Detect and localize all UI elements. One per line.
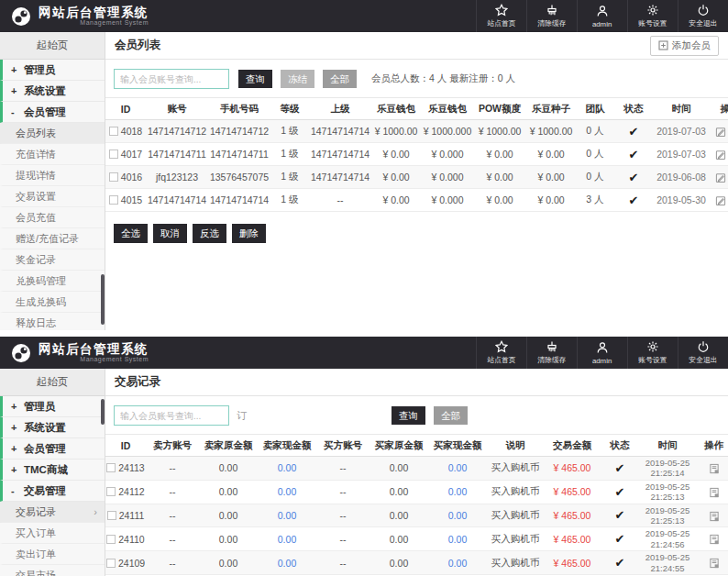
detail-icon[interactable] [709, 487, 720, 498]
buyer-current-amount[interactable]: 0.00 [428, 504, 487, 527]
seller-current-amount[interactable]: 0.00 [258, 527, 316, 551]
detail-icon[interactable] [709, 558, 720, 569]
search-input[interactable] [114, 69, 229, 89]
search-input[interactable] [114, 405, 229, 426]
buyer-current-amount[interactable]: 0.00 [428, 527, 487, 551]
edit-icon[interactable] [715, 127, 726, 138]
batch-button[interactable]: 删除 [232, 224, 266, 243]
sidebar-subitem[interactable]: 赠送/充值记录 [0, 228, 105, 249]
nav-site-home[interactable]: 站点首页 [476, 0, 526, 32]
detail-icon[interactable] [709, 511, 720, 522]
nav-label: 账号设置 [638, 18, 667, 28]
batch-button[interactable]: 反选 [193, 224, 226, 243]
batch-button[interactable]: 取消 [153, 224, 187, 243]
sidebar: 起始页 + 管理员 + 系统设置 [0, 32, 105, 330]
query-button[interactable]: 查询 [392, 406, 425, 426]
row-checkbox[interactable] [107, 511, 116, 520]
trade-note: 买入购机币 [487, 504, 544, 527]
nav-site-home[interactable]: 站点首页 [476, 337, 526, 369]
row-checkbox[interactable] [109, 195, 118, 205]
member-count-summary: 会员总人数：4 人 最新注册：0 人 [371, 72, 515, 85]
freeze-button[interactable]: 冻结 [281, 70, 314, 89]
row-checkbox[interactable] [106, 463, 116, 472]
sidebar-group[interactable]: + 管理员 [0, 60, 105, 81]
sidebar-subitem[interactable]: 会员充值 [0, 207, 105, 228]
column-header: 买家原金额 [370, 435, 428, 457]
edit-icon[interactable] [715, 150, 726, 161]
add-member-button[interactable]: 添加会员 [650, 36, 719, 56]
nav-label: 账号设置 [638, 355, 667, 365]
logo-icon [11, 343, 31, 363]
seller-original-amount: 0.00 [199, 551, 258, 575]
sidebar-subitem[interactable]: 释放日志 [0, 313, 105, 330]
nav-clear-cache[interactable]: 清除缓存 [526, 337, 577, 369]
sidebar-subitem[interactable]: 会员列表 [0, 123, 105, 144]
sidebar-subitem[interactable]: 交易市场 [0, 565, 105, 576]
wallet-amount-2: ¥ 0.000 [421, 189, 474, 212]
sidebar-subitem[interactable]: 卖出订单 [0, 544, 105, 565]
buyer-current-amount[interactable]: 0.00 [428, 551, 487, 575]
nav-account-settings[interactable]: 账号设置 [627, 0, 678, 32]
sidebar-group[interactable]: + 会员管理 [0, 438, 105, 460]
sidebar-subitem[interactable]: 充值详情 [0, 144, 105, 165]
sidebar-subitem[interactable]: 兑换码管理 [0, 271, 105, 292]
nav-logout[interactable]: 安全退出 [678, 337, 728, 369]
all-button[interactable]: 全部 [323, 70, 357, 89]
buyer-original-amount: 0.00 [370, 527, 428, 551]
seller-current-amount[interactable]: 0.00 [258, 480, 316, 504]
buyer-current-amount[interactable]: 0.00 [428, 480, 487, 504]
member-id: 4018 [121, 126, 142, 137]
sidebar-group[interactable]: + TMC商城 [0, 460, 105, 481]
sidebar-group[interactable]: + 管理员 [0, 396, 105, 417]
buyer-current-amount[interactable]: 0.00 [428, 457, 487, 481]
detail-icon[interactable] [709, 463, 720, 474]
row-checkbox[interactable] [109, 150, 118, 159]
detail-icon[interactable] [709, 534, 720, 545]
nav-admin[interactable]: admin [577, 337, 627, 369]
all-button[interactable]: 全部 [434, 406, 468, 426]
trade-id: 24111 [119, 510, 145, 521]
member-level: 1 级 [270, 166, 309, 189]
sidebar-group[interactable]: + 系统设置 [0, 81, 105, 102]
sidebar-group-label: 管理员 [24, 63, 56, 77]
sidebar-subitem[interactable]: 提现详情 [0, 165, 105, 186]
screen-trades: 网站后台管理系统 Management System 站点首页 清除缓存 adm… [0, 337, 728, 576]
expand-toggle-icon: - [11, 106, 18, 117]
sidebar-subitem[interactable]: 交易记录 [0, 502, 105, 523]
batch-button[interactable]: 全选 [114, 224, 148, 243]
trade-date: 2019-05-25 [640, 552, 695, 562]
trade-row: 24109 -- 0.00 0.00 -- 0.00 0.00 买入购机币 ¥ … [105, 551, 728, 575]
sidebar-home-tab[interactable]: 起始页 [0, 32, 105, 60]
sidebar-subitem[interactable]: 买入订单 [0, 523, 105, 544]
sidebar-subitem[interactable]: 奖金记录 [0, 249, 105, 271]
nav-admin[interactable]: admin [577, 0, 627, 32]
column-header: 卖家现金额 [258, 435, 316, 457]
seller-current-amount[interactable]: 0.00 [258, 457, 316, 481]
row-checkbox[interactable] [106, 535, 116, 544]
seller-current-amount[interactable]: 0.00 [258, 504, 316, 527]
sidebar-group[interactable]: - 会员管理 [0, 102, 105, 123]
nav-clear-cache[interactable]: 清除缓存 [526, 0, 577, 32]
nav-logout[interactable]: 安全退出 [678, 0, 728, 32]
sidebar-scrollbar[interactable] [101, 399, 105, 425]
sidebar-subitem[interactable]: 交易设置 [0, 186, 105, 207]
member-id: 4016 [121, 172, 142, 183]
row-checkbox[interactable] [106, 487, 116, 496]
seller-current-amount[interactable]: 0.00 [258, 551, 316, 575]
sidebar-group[interactable]: + 系统设置 [0, 417, 105, 438]
sidebar-group[interactable]: - 交易管理 [0, 481, 105, 502]
sidebar-home-tab[interactable]: 起始页 [0, 369, 105, 396]
row-checkbox[interactable] [109, 127, 118, 136]
sidebar-subitem[interactable]: 生成兑换码 [0, 292, 105, 313]
query-button[interactable]: 查询 [238, 70, 272, 89]
nav-account-settings[interactable]: 账号设置 [627, 337, 678, 369]
row-checkbox[interactable] [106, 559, 116, 568]
edit-icon[interactable] [715, 195, 726, 206]
topnav: 站点首页 清除缓存 admin 账号设置 安全退出 [476, 337, 728, 369]
row-checkbox[interactable] [109, 172, 118, 182]
table-header-row: ID账号手机号码等级上级乐豆钱包乐豆钱包POW额度乐豆种子团队状态时间操作 [105, 98, 728, 120]
wallet-amount-2: ¥ 0.000 [421, 143, 474, 166]
edit-icon[interactable] [715, 172, 726, 183]
sidebar-scrollbar[interactable] [101, 274, 105, 325]
screen-members: 网站后台管理系统 Management System 站点首页 清除缓存 adm… [0, 0, 728, 330]
